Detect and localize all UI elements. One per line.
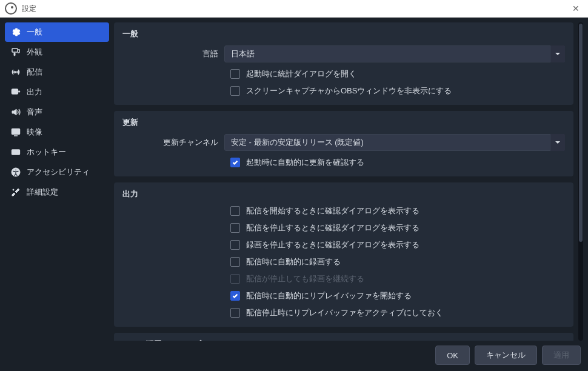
- section-header-update: 更新: [122, 117, 565, 128]
- sidebar-item-advanced[interactable]: 詳細設定: [5, 182, 109, 202]
- sidebar-item-appearance[interactable]: 外観: [5, 42, 109, 62]
- speaker-icon: [11, 107, 21, 117]
- window-title: 設定: [22, 4, 36, 14]
- option-check-updates-on-start[interactable]: 起動時に自動的に更新を確認する: [230, 157, 565, 168]
- language-row: 言語 日本語: [122, 45, 565, 62]
- settings-window: 設定 ✕ 一般 外観: [0, 0, 588, 371]
- sidebar-item-video[interactable]: 映像: [5, 122, 109, 142]
- svg-rect-0: [12, 48, 18, 52]
- update-channel-value: 安定 - 最新の安定版リリース (既定値): [231, 137, 364, 148]
- checkbox-icon: [230, 308, 240, 318]
- option-label: 録画を停止するときに確認ダイアログを表示する: [246, 239, 419, 250]
- update-channel-select[interactable]: 安定 - 最新の安定版リリース (既定値): [224, 134, 565, 151]
- option-label: 配信を開始するときに確認ダイアログを表示する: [246, 206, 419, 216]
- sidebar-item-label: 音声: [27, 107, 42, 118]
- sidebar-item-audio[interactable]: 音声: [5, 102, 109, 122]
- sidebar-item-label: 映像: [27, 127, 42, 138]
- option-auto-record-when-stream[interactable]: 配信時に自動的に録画する: [230, 256, 565, 267]
- section-update: 更新 更新チャンネル 安定 - 最新の安定版リリース (既定値) 起動時: [114, 111, 573, 176]
- option-label: 配信時に自動的に録画する: [246, 256, 341, 267]
- keyboard-icon: [11, 147, 21, 157]
- option-open-stats-on-start[interactable]: 起動時に統計ダイアログを開く: [230, 69, 565, 79]
- option-hide-obs-from-capture[interactable]: スクリーンキャプチャからOBSウィンドウを非表示にする: [230, 85, 565, 96]
- cancel-button[interactable]: キャンセル: [475, 346, 537, 365]
- svg-rect-1: [14, 53, 15, 56]
- sidebar-item-output[interactable]: 出力: [5, 82, 109, 102]
- checkbox-icon: [230, 257, 240, 267]
- checkbox-icon: [230, 240, 240, 250]
- tools-icon: [11, 187, 21, 197]
- sidebar-item-label: 一般: [27, 27, 42, 38]
- sidebar-item-accessibility[interactable]: アクセシビリティ: [5, 162, 109, 182]
- sidebar-item-label: 外観: [27, 47, 42, 58]
- update-channel-label: 更新チャンネル: [122, 137, 218, 148]
- main-scroll[interactable]: 一般 言語 日本語 起動時に統計ダイアログを開く: [114, 22, 575, 341]
- titlebar: 設定 ✕: [0, 0, 588, 18]
- language-label: 言語: [122, 48, 218, 59]
- svg-point-2: [15, 72, 16, 73]
- option-label: スクリーンキャプチャからOBSウィンドウを非表示にする: [246, 85, 452, 96]
- svg-rect-5: [12, 150, 20, 155]
- content-area: 一般 外観 配信 出力: [0, 18, 588, 341]
- sidebar-item-stream[interactable]: 配信: [5, 62, 109, 82]
- accessibility-icon: [11, 167, 21, 177]
- checkbox-icon: [230, 86, 240, 96]
- option-label: 配信を停止するときに確認ダイアログを表示する: [246, 222, 419, 233]
- section-general: 一般 言語 日本語 起動時に統計ダイアログを開く: [114, 22, 573, 105]
- window-body: 一般 外観 配信 出力: [0, 18, 588, 371]
- close-icon[interactable]: ✕: [569, 2, 583, 15]
- checkbox-disabled-icon: [230, 274, 240, 284]
- update-channel-row: 更新チャンネル 安定 - 最新の安定版リリース (既定値): [122, 134, 565, 151]
- output-options: 配信を開始するときに確認ダイアログを表示する 配信を停止するときに確認ダイアログ…: [122, 206, 565, 318]
- general-options: 起動時に統計ダイアログを開く スクリーンキャプチャからOBSウィンドウを非表示に…: [122, 69, 565, 96]
- option-keep-recording-after-stream-stop: 配信が停止しても録画を継続する: [230, 273, 565, 284]
- output-icon: [11, 87, 21, 97]
- chevron-down-icon: [550, 45, 565, 62]
- option-confirm-stream-start[interactable]: 配信を開始するときに確認ダイアログを表示する: [230, 206, 565, 216]
- sidebar-item-label: ホットキー: [27, 147, 66, 158]
- checkbox-icon: [230, 223, 240, 233]
- option-label: 起動時に統計ダイアログを開く: [246, 69, 356, 79]
- app-icon: [5, 2, 17, 15]
- sidebar-item-general[interactable]: 一般: [5, 22, 109, 42]
- section-header-output: 出力: [122, 189, 565, 199]
- option-auto-start-replay-buffer[interactable]: 配信時に自動的にリプレイバッファを開始する: [230, 290, 565, 301]
- section-snapping: ソース配置のスナップ: [114, 333, 573, 341]
- svg-rect-4: [12, 129, 20, 135]
- option-label: 起動時に自動的に更新を確認する: [246, 157, 364, 168]
- sidebar: 一般 外観 配信 出力: [5, 22, 109, 341]
- section-header-general: 一般: [122, 28, 565, 39]
- option-label: 配信時に自動的にリプレイバッファを開始する: [246, 290, 412, 301]
- checkbox-checked-icon: [230, 291, 240, 301]
- update-options: 起動時に自動的に更新を確認する: [122, 157, 565, 168]
- sidebar-item-label: 詳細設定: [27, 187, 58, 198]
- option-confirm-record-stop[interactable]: 録画を停止するときに確認ダイアログを表示する: [230, 239, 565, 250]
- section-output: 出力 配信を開始するときに確認ダイアログを表示する 配信を停止するときに確認ダイ…: [114, 182, 573, 327]
- svg-rect-3: [12, 89, 18, 94]
- option-keep-replay-buffer-active[interactable]: 配信停止時にリプレイバッファをアクティブにしておく: [230, 307, 565, 318]
- option-confirm-stream-stop[interactable]: 配信を停止するときに確認ダイアログを表示する: [230, 222, 565, 233]
- apply-button[interactable]: 適用: [542, 346, 581, 365]
- sidebar-item-label: 配信: [27, 67, 42, 78]
- option-label: 配信停止時にリプレイバッファをアクティブにしておく: [246, 307, 443, 318]
- language-value: 日本語: [231, 48, 255, 59]
- language-select[interactable]: 日本語: [224, 45, 565, 62]
- paint-icon: [11, 47, 21, 57]
- checkbox-checked-icon: [230, 158, 240, 167]
- ok-button[interactable]: OK: [435, 346, 470, 365]
- scrollbar[interactable]: [578, 22, 583, 341]
- antenna-icon: [11, 67, 21, 77]
- footer: OK キャンセル 適用: [0, 341, 588, 371]
- gear-icon: [11, 27, 21, 37]
- monitor-icon: [11, 127, 21, 137]
- sidebar-item-hotkeys[interactable]: ホットキー: [5, 142, 109, 162]
- main-area: 一般 言語 日本語 起動時に統計ダイアログを開く: [114, 22, 583, 341]
- svg-point-7: [15, 169, 16, 170]
- chevron-down-icon: [550, 134, 565, 151]
- sidebar-item-label: アクセシビリティ: [27, 167, 90, 178]
- option-label: 配信が停止しても録画を継続する: [246, 273, 364, 284]
- sidebar-item-label: 出力: [27, 87, 42, 98]
- checkbox-icon: [230, 69, 240, 79]
- checkbox-icon: [230, 206, 240, 216]
